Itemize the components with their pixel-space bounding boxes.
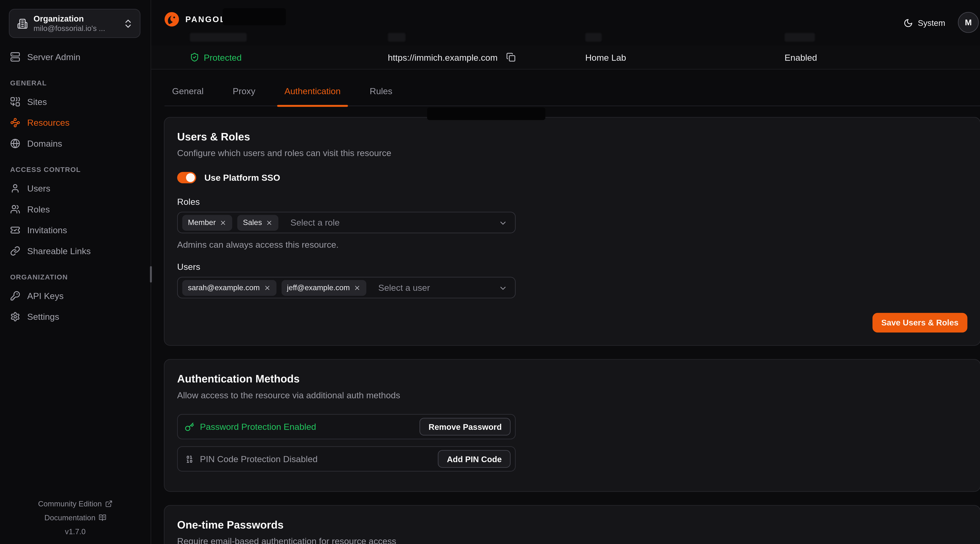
waypoints-icon — [10, 117, 21, 127]
tab-bar: General Proxy Authentication Rules — [164, 70, 980, 106]
remove-tag-icon[interactable] — [220, 219, 227, 226]
sidebar-item-label: Settings — [27, 311, 59, 322]
remove-tag-icon[interactable] — [353, 284, 361, 291]
sidebar-section-access-control: ACCESS CONTROL — [10, 164, 142, 174]
redacted-label-url — [388, 33, 406, 42]
sidebar-item-label: Roles — [27, 204, 50, 214]
users-roles-card: Users & Roles Configure which users and … — [164, 117, 980, 346]
card-footer: Save Users & Roles — [177, 313, 967, 333]
sidebar-item-label: Sites — [27, 96, 47, 106]
sidebar-item-roles[interactable]: Roles — [10, 200, 142, 217]
platform-sso-toggle[interactable] — [177, 172, 196, 183]
redacted-label-enabled — [784, 33, 815, 42]
roles-select-placeholder: Select a role — [291, 217, 340, 228]
chevron-down-icon — [499, 284, 508, 293]
users-select-placeholder: Select a user — [378, 282, 430, 293]
avatar-initial: M — [965, 17, 972, 27]
save-users-roles-button[interactable]: Save Users & Roles — [872, 313, 967, 333]
password-protection-row: Password Protection Enabled Remove Passw… — [177, 414, 515, 439]
sidebar-item-label: Server Admin — [27, 51, 80, 62]
chevron-down-icon — [499, 219, 508, 228]
otp-card: One-time Passwords Require email-based a… — [164, 505, 980, 544]
redacted-breadcrumb — [223, 8, 286, 25]
avatar[interactable]: M — [958, 12, 979, 33]
main-content: General Proxy Authentication Rules Users… — [151, 70, 980, 544]
resource-site: Home Lab — [585, 46, 626, 69]
roles-select[interactable]: Member Sales Select a role — [177, 212, 515, 233]
moon-icon — [903, 18, 913, 27]
server-icon — [10, 51, 21, 62]
role-tag-label: Member — [188, 218, 216, 227]
chevrons-up-down-icon — [123, 18, 134, 29]
org-switcher-title: Organization — [33, 14, 117, 24]
sidebar-item-resources[interactable]: Resources — [10, 114, 142, 131]
sidebar-item-label: Domains — [27, 138, 62, 148]
add-pin-code-button[interactable]: Add PIN Code — [438, 450, 511, 468]
combine-icon — [10, 96, 21, 106]
sidebar-item-sites[interactable]: Sites — [10, 93, 142, 110]
user-tag: sarah@example.com — [182, 280, 276, 295]
sso-row: Use Platform SSO — [177, 172, 967, 183]
sidebar-item-api-keys[interactable]: API Keys — [10, 287, 142, 304]
tab-authentication[interactable]: Authentication — [277, 86, 348, 106]
sidebar-item-label: Users — [27, 183, 50, 193]
sidebar-item-label: API Keys — [27, 290, 64, 301]
roles-field-label: Roles — [177, 197, 967, 207]
theme-label: System — [918, 18, 945, 27]
sso-label: Use Platform SSO — [204, 173, 280, 183]
sidebar-footer: Community Edition Documentation v1.7.0 — [0, 497, 151, 539]
sidebar-item-server-admin[interactable]: Server Admin — [10, 48, 142, 65]
sidebar-item-label: Invitations — [27, 225, 67, 235]
globe-icon — [10, 138, 21, 148]
remove-tag-icon[interactable] — [266, 219, 273, 226]
theme-toggle[interactable]: System — [903, 0, 945, 46]
sidebar-item-shareable-links[interactable]: Shareable Links — [10, 242, 142, 259]
topbar: PANGOLIN System M — [151, 0, 980, 46]
pangolin-logo-icon — [163, 11, 180, 28]
role-tag: Sales — [237, 215, 278, 230]
org-switcher-value: milo@fossorial.io's ... — [33, 24, 117, 33]
ticket-check-icon — [10, 225, 21, 235]
copy-icon[interactable] — [506, 52, 515, 62]
tab-proxy[interactable]: Proxy — [225, 86, 263, 106]
resource-url: https://immich.example.com — [388, 46, 515, 69]
building-icon — [17, 18, 28, 29]
resource-enabled-text: Enabled — [784, 52, 817, 62]
key-icon — [185, 422, 194, 431]
org-switcher-texts: Organization milo@fossorial.io's ... — [33, 14, 117, 33]
user-icon — [10, 183, 21, 193]
users-select[interactable]: sarah@example.com jeff@example.com Selec… — [177, 277, 515, 298]
book-open-icon — [99, 514, 106, 522]
user-tag: jeff@example.com — [281, 280, 366, 295]
pin-protection-row: PIN Code Protection Disabled Add PIN Cod… — [177, 446, 515, 471]
protection-status-text: Protected — [204, 52, 242, 62]
app-version: v1.7.0 — [0, 525, 151, 539]
remove-tag-icon[interactable] — [264, 284, 270, 291]
remove-password-button[interactable]: Remove Password — [420, 418, 511, 436]
community-edition-link[interactable]: Community Edition — [0, 497, 151, 511]
toggle-knob — [186, 173, 195, 182]
sidebar-item-invitations[interactable]: Invitations — [10, 221, 142, 238]
sidebar-section-organization: ORGANIZATION — [10, 272, 142, 282]
sidebar-item-domains[interactable]: Domains — [10, 135, 142, 152]
shield-check-icon — [190, 52, 199, 62]
tab-rules[interactable]: Rules — [362, 86, 400, 106]
protection-status: Protected — [190, 46, 242, 69]
org-switcher[interactable]: Organization milo@fossorial.io's ... — [9, 9, 140, 38]
role-tag: Member — [182, 215, 232, 230]
sidebar-item-users[interactable]: Users — [10, 179, 142, 197]
documentation-link[interactable]: Documentation — [0, 511, 151, 525]
resource-status-strip: Protected https://immich.example.com Hom… — [151, 46, 980, 70]
sidebar: Organization milo@fossorial.io's ... Ser… — [0, 0, 151, 544]
password-protection-status: Password Protection Enabled — [185, 422, 316, 432]
sidebar-item-settings[interactable]: Settings — [10, 308, 142, 325]
user-tag-label: sarah@example.com — [188, 283, 260, 292]
resource-enabled: Enabled — [784, 46, 817, 69]
role-tag-label: Sales — [243, 218, 262, 227]
pangolin-app: Organization milo@fossorial.io's ... Ser… — [0, 0, 980, 544]
link-icon — [10, 246, 21, 256]
card-subtitle: Configure which users and roles can visi… — [177, 148, 967, 158]
card-title: Authentication Methods — [177, 373, 967, 386]
community-edition-label: Community Edition — [38, 500, 102, 508]
tab-general[interactable]: General — [164, 86, 211, 106]
